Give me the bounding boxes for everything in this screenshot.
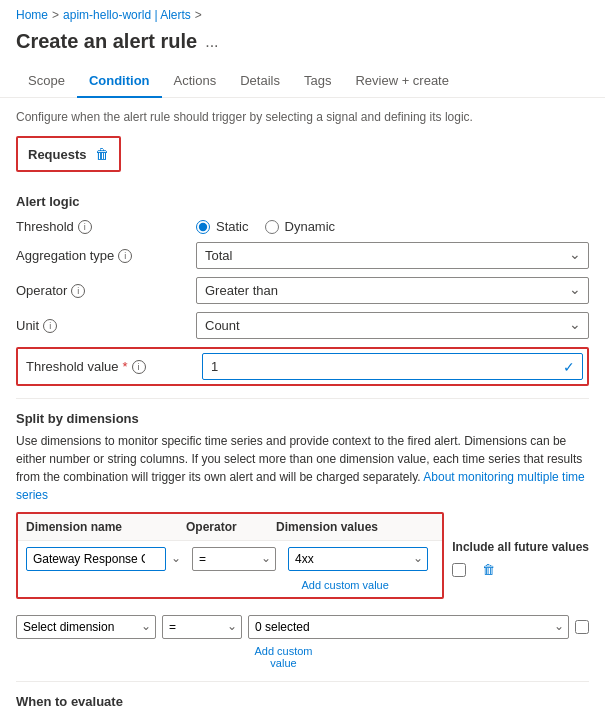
dim-header-values: Dimension values <box>276 520 434 534</box>
split-title: Split by dimensions <box>16 411 589 426</box>
dim-cell-val-1: 4xx <box>288 547 434 571</box>
breadcrumb-home[interactable]: Home <box>16 8 48 22</box>
aggregation-select[interactable]: Total Average Minimum Maximum Count <box>196 242 589 269</box>
page-menu-icon[interactable]: ... <box>205 33 218 51</box>
nav-tabs: Scope Condition Actions Details Tags Rev… <box>0 65 605 98</box>
divider1 <box>16 398 589 399</box>
when-eval-title: When to evaluate <box>16 694 589 707</box>
requests-title: Requests <box>28 147 87 162</box>
threshold-row: Threshold i Static Dynamic <box>16 219 589 234</box>
aggregation-info-icon[interactable]: i <box>118 249 132 263</box>
threshold-info-icon[interactable]: i <box>78 220 92 234</box>
radio-static-input[interactable] <box>196 220 210 234</box>
radio-dynamic-input[interactable] <box>265 220 279 234</box>
operator-select-wrapper: Greater than Less than Greater than or e… <box>196 277 589 304</box>
breadcrumb: Home > apim-hello-world | Alerts > <box>0 0 605 26</box>
dim-cell-op-1: = <box>192 547 282 571</box>
split-by-dimensions-section: Split by dimensions Use dimensions to mo… <box>16 411 589 669</box>
condition-description: Configure when the alert rule should tri… <box>16 110 589 124</box>
dim-add-name-select[interactable]: Select dimension <box>16 615 156 639</box>
dim-add-val-select[interactable]: 0 selected <box>248 615 569 639</box>
unit-select[interactable]: Count Bytes Percent <box>196 312 589 339</box>
dim-delete-icon-1[interactable]: 🗑 <box>482 562 495 577</box>
split-desc: Use dimensions to monitor specific time … <box>16 432 589 504</box>
operator-row: Operator i Greater than Less than Greate… <box>16 277 589 304</box>
unit-label-text: Unit <box>16 318 39 333</box>
dim-table-header: Dimension name Operator Dimension values <box>18 514 442 541</box>
dim-name-select-wrapper-1: Gateway Response C... <box>26 547 186 571</box>
when-to-evaluate-section: When to evaluate Check every i 1 minute … <box>16 694 589 707</box>
radio-static-label: Static <box>216 219 249 234</box>
dim-add-op-wrapper: = <box>162 615 242 639</box>
unit-info-icon[interactable]: i <box>43 319 57 333</box>
dim-row-1: Gateway Response C... = <box>18 541 442 577</box>
content: Configure when the alert rule should tri… <box>0 98 605 707</box>
aggregation-label-text: Aggregation type <box>16 248 114 263</box>
tab-actions[interactable]: Actions <box>162 65 229 98</box>
threshold-value-info-icon[interactable]: i <box>132 360 146 374</box>
alert-logic-section: Alert logic Threshold i Static Dynamic <box>16 194 589 386</box>
radio-dynamic-label: Dynamic <box>285 219 336 234</box>
add-custom-value-link-1[interactable]: Add custom value <box>256 577 434 591</box>
aggregation-label: Aggregation type i <box>16 248 196 263</box>
operator-select[interactable]: Greater than Less than Greater than or e… <box>196 277 589 304</box>
dim-add-name-wrapper: Select dimension <box>16 615 156 639</box>
threshold-label: Threshold i <box>16 219 196 234</box>
requests-delete-icon[interactable]: 🗑 <box>95 146 109 162</box>
dim-val-select-wrapper-1: 4xx <box>288 547 428 571</box>
radio-static[interactable]: Static <box>196 219 249 234</box>
requests-section-box: Requests 🗑 <box>16 136 121 172</box>
tab-condition[interactable]: Condition <box>77 65 162 98</box>
tab-details[interactable]: Details <box>228 65 292 98</box>
threshold-label-text: Threshold <box>16 219 74 234</box>
threshold-value-input[interactable] <box>202 353 583 380</box>
aggregation-type-row: Aggregation type i Total Average Minimum… <box>16 242 589 269</box>
unit-select-wrapper: Count Bytes Percent <box>196 312 589 339</box>
radio-dynamic[interactable]: Dynamic <box>265 219 336 234</box>
operator-label-text: Operator <box>16 283 67 298</box>
include-future-checkbox-2[interactable] <box>575 620 589 634</box>
dim-add-row: Select dimension = 0 selected <box>16 615 589 639</box>
dim-future-checkbox-row: 🗑 <box>452 558 495 577</box>
dim-future-header: Include all future values <box>452 540 589 554</box>
tab-tags[interactable]: Tags <box>292 65 343 98</box>
divider2 <box>16 681 589 682</box>
page-header: Create an alert rule ... <box>0 26 605 65</box>
threshold-check-icon: ✓ <box>563 359 575 375</box>
dim-future-1: Include all future values <box>452 540 589 554</box>
breadcrumb-sep1: > <box>52 8 59 22</box>
dimension-table: Dimension name Operator Dimension values… <box>16 512 444 599</box>
dim-val-select-1[interactable]: 4xx <box>288 547 428 571</box>
unit-label: Unit i <box>16 318 196 333</box>
threshold-radio-group: Static Dynamic <box>196 219 589 234</box>
operator-info-icon[interactable]: i <box>71 284 85 298</box>
threshold-value-input-wrapper: ✓ <box>202 353 583 380</box>
dim-op-select-1[interactable]: = <box>192 547 276 571</box>
threshold-value-label-text: Threshold value <box>26 359 119 374</box>
operator-label: Operator i <box>16 283 196 298</box>
unit-row: Unit i Count Bytes Percent <box>16 312 589 339</box>
threshold-value-row: Threshold value * i ✓ <box>16 347 589 386</box>
dim-op-select-wrapper-1: = <box>192 547 276 571</box>
alert-logic-title: Alert logic <box>16 194 589 209</box>
dim-cell-name-1: Gateway Response C... <box>26 547 186 571</box>
dim-add-op-select[interactable]: = <box>162 615 242 639</box>
dim-header-name: Dimension name <box>26 520 186 534</box>
dim-add-val-wrapper: 0 selected <box>248 615 569 639</box>
tab-review[interactable]: Review + create <box>343 65 461 98</box>
threshold-value-label: Threshold value * i <box>22 359 202 374</box>
page-title: Create an alert rule <box>16 30 197 53</box>
table-row: Gateway Response C... = <box>18 541 442 597</box>
aggregation-select-wrapper: Total Average Minimum Maximum Count <box>196 242 589 269</box>
tab-scope[interactable]: Scope <box>16 65 77 98</box>
dim-header-operator: Operator <box>186 520 276 534</box>
add-custom-value-link-2[interactable]: Add custom value <box>241 643 326 669</box>
dim-name-select-1[interactable]: Gateway Response C... <box>26 547 166 571</box>
breadcrumb-resource[interactable]: apim-hello-world | Alerts <box>63 8 191 22</box>
include-future-checkbox-1[interactable] <box>452 563 466 577</box>
breadcrumb-sep2: > <box>195 8 202 22</box>
dim-extras-1: Include all future values 🗑 <box>452 512 589 577</box>
